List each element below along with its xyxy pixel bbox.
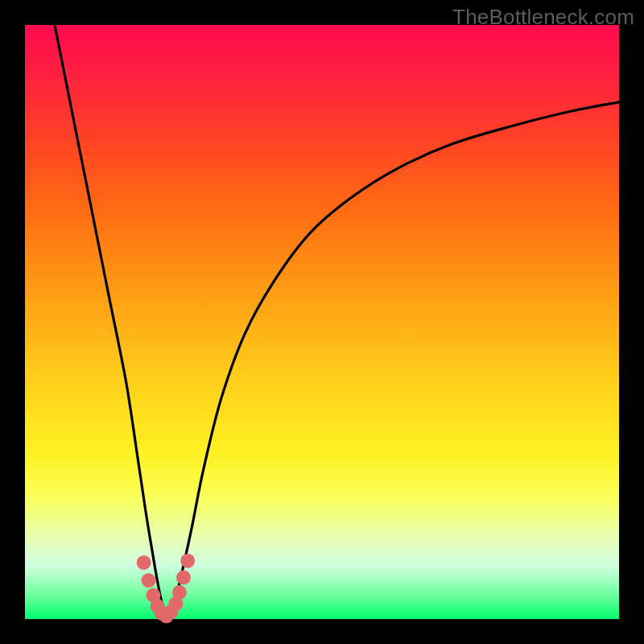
marker-bead — [142, 573, 156, 588]
plot-area — [25, 25, 619, 619]
marker-bead — [176, 570, 191, 584]
marker-bead — [172, 585, 187, 600]
chart-frame: TheBottleneck.com — [0, 0, 644, 644]
watermark-text: TheBottleneck.com — [452, 5, 634, 30]
bottleneck-curve-path — [55, 25, 619, 616]
marker-beads — [137, 554, 196, 624]
marker-bead — [137, 555, 151, 570]
chart-svg — [25, 25, 619, 619]
bottleneck-curve — [55, 25, 619, 616]
marker-bead — [180, 554, 195, 568]
